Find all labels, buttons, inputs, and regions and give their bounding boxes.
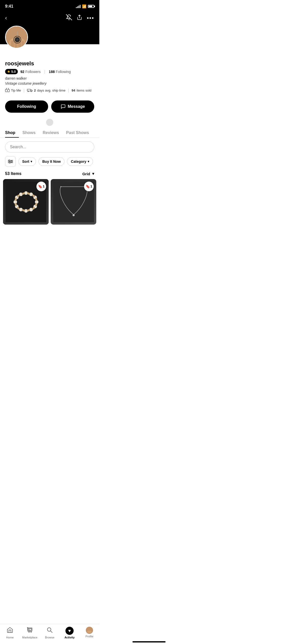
nav-header: ‹ ••• [0, 11, 99, 26]
ship-time-item: 2 days avg. ship time [27, 88, 65, 93]
battery-icon [88, 5, 94, 8]
profile-info: roosjewels ★ 5.0 92 Followers | 188 Foll… [0, 57, 99, 100]
items-header: 53 Items Grid ▾ [0, 170, 99, 179]
svg-point-52 [60, 186, 61, 187]
search-container [0, 138, 99, 156]
svg-point-22 [9, 162, 10, 163]
rating-value: 5.0 [11, 70, 16, 74]
tab-past-shows[interactable]: Past Shows [63, 127, 93, 138]
product-grid: 🔖 1 🔖 1 [0, 179, 99, 225]
tip-label: Tip Me [11, 89, 21, 92]
following-stat: 188 Following [49, 70, 71, 74]
more-options-icon[interactable]: ••• [87, 15, 94, 21]
svg-point-36 [19, 193, 23, 196]
status-time: 9:41 [5, 4, 13, 9]
grid-mode-label: Grid [82, 172, 90, 176]
sort-label: Sort [22, 159, 29, 164]
scroll-indicator [0, 117, 99, 127]
stats-row: ★ 5.0 92 Followers | 188 Following [5, 69, 94, 74]
svg-point-15 [28, 91, 29, 92]
svg-point-11 [16, 39, 18, 41]
svg-point-21 [11, 161, 12, 162]
sort-filter[interactable]: Sort ▾ [18, 157, 36, 166]
back-button[interactable]: ‹ [5, 15, 7, 21]
meta-row: Tip Me | 2 days avg. ship time | 94 item… [5, 88, 94, 93]
svg-point-30 [29, 208, 33, 211]
star-icon: ★ [7, 70, 10, 74]
tip-icon [5, 88, 10, 93]
items-sold-count: 94 [72, 89, 75, 92]
sort-chevron: ▾ [31, 160, 32, 163]
category-label: Category [71, 159, 86, 164]
bio: Vintage costume jewellery [5, 81, 94, 85]
category-chevron: ▾ [88, 160, 89, 163]
svg-rect-7 [22, 41, 24, 47]
buy-it-now-label: Buy It Now [42, 159, 61, 164]
status-icons: 📶 [76, 4, 94, 8]
followers-stat: 92 Followers [20, 70, 40, 74]
ship-days: 2 [34, 89, 36, 92]
message-button[interactable]: Message [51, 100, 94, 113]
svg-rect-14 [27, 89, 31, 91]
svg-point-16 [31, 91, 32, 92]
save-count: 1 [90, 185, 92, 188]
ship-icon [27, 88, 33, 93]
stat-divider: | [44, 69, 45, 74]
grid-chevron: ▾ [92, 171, 94, 176]
tip-me-item[interactable]: Tip Me [5, 88, 21, 93]
items-sold-label: items sold [77, 89, 92, 92]
tabs: Shop Shows Reviews Past Shows [0, 127, 99, 138]
ship-label: days avg. ship time [37, 89, 65, 92]
avatar [5, 26, 28, 49]
username: roosjewels [5, 60, 94, 67]
grid-selector[interactable]: Grid ▾ [82, 171, 94, 176]
filter-bar: Sort ▾ Buy It Now Category ▾ [0, 156, 99, 170]
share-icon[interactable] [77, 14, 82, 21]
rating-badge: ★ 5.0 [5, 69, 18, 74]
svg-point-20 [9, 160, 10, 161]
items-count: 53 Items [5, 171, 21, 176]
wifi-icon: 📶 [82, 4, 86, 8]
action-buttons: Following Message [0, 100, 99, 117]
bookmark-icon: 🔖 [86, 184, 90, 188]
meta-divider-1: | [23, 88, 24, 93]
items-sold-item: 94 items sold [72, 89, 91, 92]
svg-rect-4 [11, 40, 14, 48]
tab-reviews[interactable]: Reviews [39, 127, 63, 138]
following-count: 188 [49, 70, 55, 74]
following-label: Following [56, 70, 71, 74]
followers-count: 92 [20, 70, 24, 74]
search-input[interactable] [5, 141, 94, 153]
followers-label: Followers [25, 70, 41, 74]
notification-mute-icon[interactable] [66, 14, 72, 22]
tab-shop[interactable]: Shop [5, 127, 19, 138]
save-badge[interactable]: 🔖 1 [84, 182, 94, 191]
signal-icon [76, 5, 80, 8]
meta-divider-2: | [68, 88, 69, 93]
scroll-dot [46, 119, 53, 126]
save-badge[interactable]: 🔖 1 [36, 182, 46, 191]
svg-point-55 [73, 214, 75, 216]
real-name: darren walker [5, 76, 94, 80]
following-button[interactable]: Following [5, 100, 48, 113]
product-card[interactable]: 🔖 1 [51, 179, 96, 225]
product-card[interactable]: 🔖 1 [3, 179, 49, 225]
buy-it-now-filter[interactable]: Buy It Now [38, 157, 64, 166]
svg-point-13 [7, 90, 8, 91]
tab-shows[interactable]: Shows [19, 127, 39, 138]
status-bar: 9:41 📶 [0, 0, 99, 11]
filter-icon-button[interactable] [5, 156, 16, 167]
message-label: Message [68, 104, 85, 109]
profile-header-bg [0, 26, 99, 57]
nav-actions: ••• [66, 14, 94, 22]
bookmark-icon: 🔖 [38, 184, 42, 188]
save-count: 1 [43, 185, 45, 188]
svg-point-32 [19, 208, 23, 211]
svg-line-0 [66, 14, 72, 20]
category-filter[interactable]: Category ▾ [67, 157, 93, 166]
